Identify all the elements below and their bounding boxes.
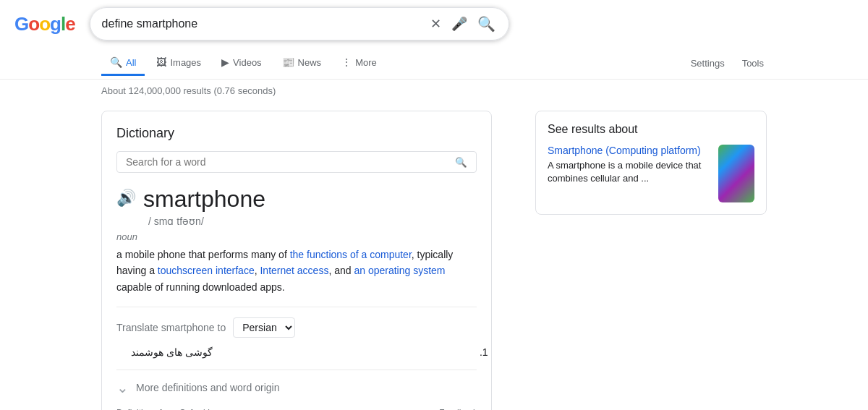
tab-images[interactable]: 🖼 Images	[148, 51, 210, 76]
logo-letter-o2: o	[39, 13, 50, 35]
images-icon: 🖼	[156, 56, 166, 68]
def-link-touchscreen[interactable]: touchscreen interface	[158, 265, 255, 276]
speaker-button[interactable]: 🔊	[116, 189, 136, 208]
logo-letter-g2: g	[50, 13, 61, 35]
translation-list: گوشی های هوشمند	[116, 346, 477, 358]
logo-letter-o1: o	[28, 13, 39, 35]
tab-news-label: News	[298, 57, 322, 68]
tab-more[interactable]: ⋮ More	[333, 51, 386, 76]
logo-letter-g: G	[14, 13, 28, 35]
main-content: Dictionary 🔍 🔊 smartphone / smɑ tfəʊn/ n…	[0, 111, 868, 410]
dict-search-input[interactable]	[126, 156, 449, 168]
voice-search-button[interactable]: 🎤	[450, 14, 469, 33]
tab-images-label: Images	[170, 57, 201, 68]
tab-all[interactable]: 🔍 All	[101, 51, 145, 76]
word-text: smartphone	[143, 186, 265, 213]
dictionary-card: Dictionary 🔍 🔊 smartphone / smɑ tfəʊn/ n…	[101, 111, 492, 410]
tab-all-label: All	[126, 57, 136, 68]
translate-row: Translate smartphone to Persian	[116, 307, 477, 338]
more-defs-arrow-icon: ⌄	[116, 379, 129, 396]
tab-videos-label: Videos	[233, 57, 262, 68]
search-input[interactable]	[102, 17, 422, 30]
more-defs-button[interactable]: ⌄ More definitions and word origin	[116, 370, 477, 396]
logo-text: Google	[14, 13, 75, 35]
dictionary-title: Dictionary	[116, 126, 477, 141]
videos-icon: ▶	[221, 56, 229, 68]
see-results-info: Smartphone (Computing platform) A smartp…	[548, 145, 710, 185]
part-of-speech: noun	[116, 231, 477, 242]
search-bar-wrapper: ✕ 🎤 🔍	[90, 7, 509, 40]
tab-more-label: More	[355, 57, 377, 68]
see-results-link[interactable]: Smartphone (Computing platform)	[548, 145, 710, 156]
tab-videos[interactable]: ▶ Videos	[213, 51, 271, 76]
search-button[interactable]: 🔍	[476, 14, 497, 34]
settings-group: Settings Tools	[688, 52, 767, 74]
header: Google ✕ 🎤 🔍	[0, 0, 868, 48]
see-results-title: See results about	[548, 123, 754, 136]
right-panel: See results about Smartphone (Computing …	[535, 111, 767, 410]
results-count: About 124,000,000 results (0.76 seconds)	[0, 80, 868, 102]
def-link-os[interactable]: an operating system	[354, 265, 445, 276]
dict-footer: Definitions from Oxford Languages Feedba…	[116, 403, 477, 410]
definition: a mobile phone that performs many of the…	[116, 247, 477, 295]
def-link-internet[interactable]: Internet access	[260, 265, 328, 276]
more-icon: ⋮	[341, 56, 352, 68]
dict-search-button[interactable]: 🔍	[455, 157, 467, 168]
phonetic: / smɑ tfəʊn/	[148, 215, 477, 227]
see-results-item: Smartphone (Computing platform) A smartp…	[548, 145, 754, 202]
translation-item: گوشی های هوشمند	[131, 346, 477, 358]
nav-tabs: 🔍 All 🖼 Images ▶ Videos 📰 News ⋮ More Se…	[0, 48, 868, 80]
more-defs-text: More definitions and word origin	[136, 382, 279, 393]
dict-search-bar: 🔍	[116, 151, 477, 173]
search-bar: ✕ 🎤 🔍	[90, 7, 509, 40]
search-icons: ✕ 🎤 🔍	[429, 14, 497, 34]
tools-link[interactable]: Tools	[739, 52, 767, 74]
def-link-functions[interactable]: the functions of a computer	[290, 249, 412, 260]
translate-label: Translate smartphone to	[116, 322, 226, 333]
tab-news[interactable]: 📰 News	[273, 51, 331, 76]
translate-select[interactable]: Persian	[233, 317, 295, 338]
google-logo: Google	[14, 13, 75, 35]
see-results-desc: A smartphone is a mobile device that com…	[548, 160, 701, 184]
see-results-card: See results about Smartphone (Computing …	[535, 111, 767, 215]
word-section: 🔊 smartphone	[116, 186, 477, 213]
all-icon: 🔍	[110, 56, 122, 68]
settings-link[interactable]: Settings	[688, 52, 728, 74]
logo-letter-e: e	[65, 13, 75, 35]
news-icon: 📰	[282, 56, 294, 68]
smartphone-image	[718, 145, 754, 202]
clear-button[interactable]: ✕	[429, 14, 443, 33]
